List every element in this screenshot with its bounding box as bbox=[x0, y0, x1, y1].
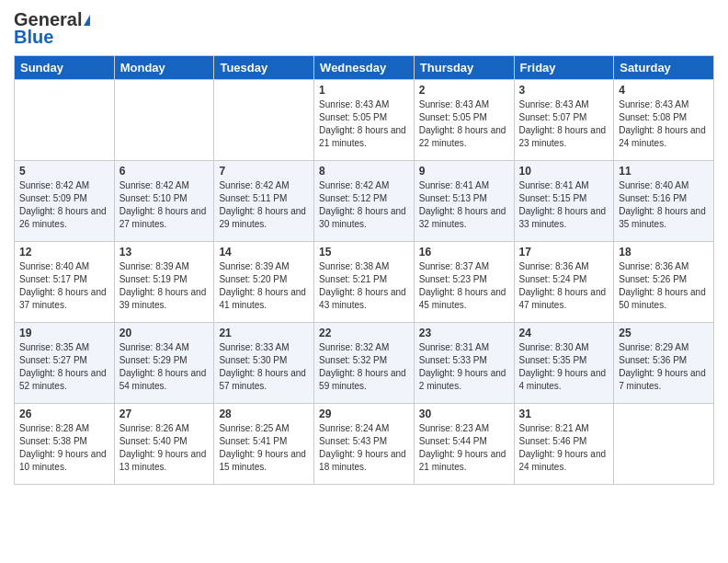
day-number: 9 bbox=[419, 165, 509, 178]
calendar-day-cell: 10Sunrise: 8:41 AM Sunset: 5:15 PM Dayli… bbox=[514, 161, 614, 242]
day-info: Sunrise: 8:34 AM Sunset: 5:29 PM Dayligh… bbox=[119, 341, 210, 393]
weekday-header: Sunday bbox=[15, 56, 115, 80]
calendar-day-cell: 15Sunrise: 8:38 AM Sunset: 5:21 PM Dayli… bbox=[314, 242, 415, 323]
day-info: Sunrise: 8:30 AM Sunset: 5:35 PM Dayligh… bbox=[519, 341, 609, 393]
calendar-day-cell bbox=[614, 404, 714, 485]
calendar-day-cell: 3Sunrise: 8:43 AM Sunset: 5:07 PM Daylig… bbox=[514, 80, 614, 161]
day-info: Sunrise: 8:42 AM Sunset: 5:12 PM Dayligh… bbox=[319, 179, 409, 231]
calendar-header-row: SundayMondayTuesdayWednesdayThursdayFrid… bbox=[15, 56, 714, 80]
logo: General Blue bbox=[14, 9, 90, 48]
day-number: 18 bbox=[619, 246, 709, 259]
page: General Blue SundayMondayTuesdayWednesda… bbox=[0, 0, 728, 563]
calendar-day-cell: 24Sunrise: 8:30 AM Sunset: 5:35 PM Dayli… bbox=[514, 323, 614, 404]
day-number: 14 bbox=[219, 246, 309, 259]
calendar-day-cell: 7Sunrise: 8:42 AM Sunset: 5:11 PM Daylig… bbox=[214, 161, 314, 242]
day-number: 26 bbox=[19, 408, 109, 420]
day-info: Sunrise: 8:42 AM Sunset: 5:09 PM Dayligh… bbox=[19, 179, 109, 231]
day-info: Sunrise: 8:33 AM Sunset: 5:30 PM Dayligh… bbox=[219, 341, 309, 393]
day-number: 5 bbox=[19, 165, 109, 178]
calendar-day-cell: 26Sunrise: 8:28 AM Sunset: 5:38 PM Dayli… bbox=[15, 404, 115, 485]
day-info: Sunrise: 8:32 AM Sunset: 5:32 PM Dayligh… bbox=[319, 341, 409, 393]
day-number: 29 bbox=[319, 408, 409, 420]
day-number: 28 bbox=[219, 408, 309, 420]
calendar-day-cell: 2Sunrise: 8:43 AM Sunset: 5:05 PM Daylig… bbox=[414, 80, 514, 161]
day-number: 15 bbox=[319, 246, 409, 259]
day-info: Sunrise: 8:39 AM Sunset: 5:20 PM Dayligh… bbox=[219, 260, 309, 312]
calendar-day-cell: 22Sunrise: 8:32 AM Sunset: 5:32 PM Dayli… bbox=[314, 323, 415, 404]
calendar-table: SundayMondayTuesdayWednesdayThursdayFrid… bbox=[14, 55, 714, 485]
header: General Blue bbox=[14, 9, 714, 48]
day-info: Sunrise: 8:26 AM Sunset: 5:40 PM Dayligh… bbox=[119, 422, 210, 474]
day-info: Sunrise: 8:43 AM Sunset: 5:05 PM Dayligh… bbox=[319, 98, 409, 150]
calendar-day-cell: 16Sunrise: 8:37 AM Sunset: 5:23 PM Dayli… bbox=[414, 242, 514, 323]
calendar-day-cell: 19Sunrise: 8:35 AM Sunset: 5:27 PM Dayli… bbox=[15, 323, 115, 404]
day-number: 23 bbox=[419, 327, 509, 339]
day-number: 7 bbox=[219, 165, 309, 178]
weekday-header: Tuesday bbox=[214, 56, 314, 80]
calendar-week-row: 19Sunrise: 8:35 AM Sunset: 5:27 PM Dayli… bbox=[15, 323, 714, 404]
calendar-week-row: 5Sunrise: 8:42 AM Sunset: 5:09 PM Daylig… bbox=[15, 161, 714, 242]
day-info: Sunrise: 8:41 AM Sunset: 5:13 PM Dayligh… bbox=[419, 179, 509, 231]
calendar-day-cell: 23Sunrise: 8:31 AM Sunset: 5:33 PM Dayli… bbox=[414, 323, 514, 404]
day-number: 2 bbox=[419, 84, 509, 97]
day-info: Sunrise: 8:37 AM Sunset: 5:23 PM Dayligh… bbox=[419, 260, 509, 312]
calendar-day-cell: 9Sunrise: 8:41 AM Sunset: 5:13 PM Daylig… bbox=[414, 161, 514, 242]
calendar-day-cell: 18Sunrise: 8:36 AM Sunset: 5:26 PM Dayli… bbox=[614, 242, 714, 323]
calendar-day-cell bbox=[15, 80, 115, 161]
calendar-day-cell: 14Sunrise: 8:39 AM Sunset: 5:20 PM Dayli… bbox=[214, 242, 314, 323]
calendar-week-row: 1Sunrise: 8:43 AM Sunset: 5:05 PM Daylig… bbox=[15, 80, 714, 161]
logo-blue-text: Blue bbox=[14, 27, 53, 48]
day-info: Sunrise: 8:35 AM Sunset: 5:27 PM Dayligh… bbox=[19, 341, 109, 393]
day-info: Sunrise: 8:21 AM Sunset: 5:46 PM Dayligh… bbox=[519, 422, 609, 474]
calendar-day-cell: 13Sunrise: 8:39 AM Sunset: 5:19 PM Dayli… bbox=[114, 242, 214, 323]
day-number: 22 bbox=[319, 327, 409, 339]
day-info: Sunrise: 8:36 AM Sunset: 5:26 PM Dayligh… bbox=[619, 260, 709, 312]
day-number: 31 bbox=[519, 408, 609, 420]
day-number: 20 bbox=[119, 327, 210, 339]
weekday-header: Friday bbox=[514, 56, 614, 80]
day-info: Sunrise: 8:24 AM Sunset: 5:43 PM Dayligh… bbox=[319, 422, 409, 474]
calendar-day-cell: 1Sunrise: 8:43 AM Sunset: 5:05 PM Daylig… bbox=[314, 80, 415, 161]
day-info: Sunrise: 8:40 AM Sunset: 5:17 PM Dayligh… bbox=[19, 260, 109, 312]
day-info: Sunrise: 8:25 AM Sunset: 5:41 PM Dayligh… bbox=[219, 422, 309, 474]
calendar-day-cell: 11Sunrise: 8:40 AM Sunset: 5:16 PM Dayli… bbox=[614, 161, 714, 242]
day-number: 4 bbox=[619, 84, 709, 97]
day-info: Sunrise: 8:42 AM Sunset: 5:10 PM Dayligh… bbox=[119, 179, 210, 231]
calendar-day-cell: 20Sunrise: 8:34 AM Sunset: 5:29 PM Dayli… bbox=[114, 323, 214, 404]
day-number: 8 bbox=[319, 165, 409, 178]
day-number: 6 bbox=[119, 165, 210, 178]
day-info: Sunrise: 8:40 AM Sunset: 5:16 PM Dayligh… bbox=[619, 179, 709, 231]
calendar-day-cell: 28Sunrise: 8:25 AM Sunset: 5:41 PM Dayli… bbox=[214, 404, 314, 485]
calendar-day-cell: 5Sunrise: 8:42 AM Sunset: 5:09 PM Daylig… bbox=[15, 161, 115, 242]
calendar-day-cell: 12Sunrise: 8:40 AM Sunset: 5:17 PM Dayli… bbox=[15, 242, 115, 323]
day-info: Sunrise: 8:29 AM Sunset: 5:36 PM Dayligh… bbox=[619, 341, 709, 393]
calendar-day-cell: 8Sunrise: 8:42 AM Sunset: 5:12 PM Daylig… bbox=[314, 161, 415, 242]
calendar-day-cell: 31Sunrise: 8:21 AM Sunset: 5:46 PM Dayli… bbox=[514, 404, 614, 485]
day-info: Sunrise: 8:28 AM Sunset: 5:38 PM Dayligh… bbox=[19, 422, 109, 474]
day-number: 3 bbox=[519, 84, 609, 97]
day-number: 13 bbox=[119, 246, 210, 259]
weekday-header: Thursday bbox=[414, 56, 514, 80]
calendar-day-cell: 25Sunrise: 8:29 AM Sunset: 5:36 PM Dayli… bbox=[614, 323, 714, 404]
calendar-week-row: 26Sunrise: 8:28 AM Sunset: 5:38 PM Dayli… bbox=[15, 404, 714, 485]
day-info: Sunrise: 8:31 AM Sunset: 5:33 PM Dayligh… bbox=[419, 341, 509, 393]
day-number: 30 bbox=[419, 408, 509, 420]
day-number: 25 bbox=[619, 327, 709, 339]
day-info: Sunrise: 8:36 AM Sunset: 5:24 PM Dayligh… bbox=[519, 260, 609, 312]
calendar-day-cell: 21Sunrise: 8:33 AM Sunset: 5:30 PM Dayli… bbox=[214, 323, 314, 404]
calendar-day-cell: 27Sunrise: 8:26 AM Sunset: 5:40 PM Dayli… bbox=[114, 404, 214, 485]
calendar-day-cell: 4Sunrise: 8:43 AM Sunset: 5:08 PM Daylig… bbox=[614, 80, 714, 161]
day-number: 10 bbox=[519, 165, 609, 178]
day-number: 27 bbox=[119, 408, 210, 420]
day-info: Sunrise: 8:43 AM Sunset: 5:07 PM Dayligh… bbox=[519, 98, 609, 150]
day-number: 24 bbox=[519, 327, 609, 339]
weekday-header: Monday bbox=[114, 56, 214, 80]
day-number: 21 bbox=[219, 327, 309, 339]
day-number: 16 bbox=[419, 246, 509, 259]
calendar-day-cell bbox=[114, 80, 214, 161]
calendar-week-row: 12Sunrise: 8:40 AM Sunset: 5:17 PM Dayli… bbox=[15, 242, 714, 323]
day-info: Sunrise: 8:42 AM Sunset: 5:11 PM Dayligh… bbox=[219, 179, 309, 231]
day-info: Sunrise: 8:38 AM Sunset: 5:21 PM Dayligh… bbox=[319, 260, 409, 312]
day-info: Sunrise: 8:43 AM Sunset: 5:05 PM Dayligh… bbox=[419, 98, 509, 150]
calendar-day-cell: 29Sunrise: 8:24 AM Sunset: 5:43 PM Dayli… bbox=[314, 404, 415, 485]
